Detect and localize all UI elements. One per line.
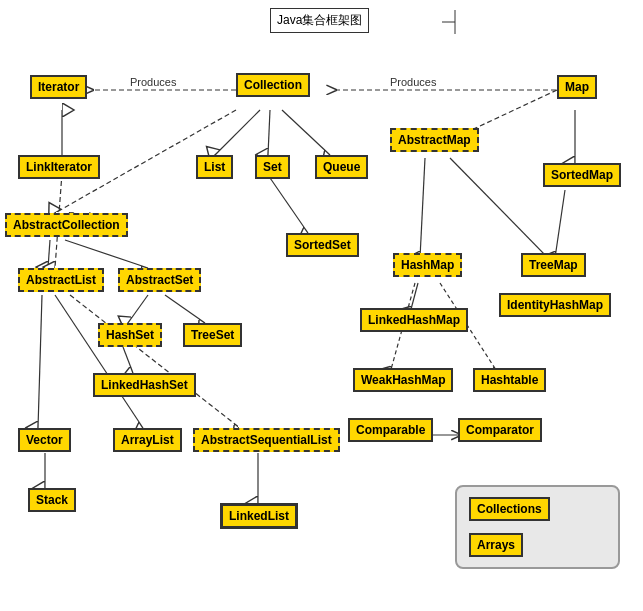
node-sortedset: SortedSet (286, 233, 359, 257)
node-abstractlist: AbstractList (18, 268, 104, 292)
node-abstractcollection: AbstractCollection (5, 213, 128, 237)
node-linkedhashmap: LinkedHashMap (360, 308, 468, 332)
svg-line-21 (55, 295, 143, 428)
svg-line-22 (70, 295, 240, 428)
node-abstractmap: AbstractMap (390, 128, 479, 152)
svg-line-13 (65, 240, 148, 268)
node-linkiterator: LinkIterator (18, 155, 100, 179)
node-hashset: HashSet (98, 323, 162, 347)
svg-line-12 (48, 240, 50, 268)
node-sortedmap: SortedMap (543, 163, 621, 187)
svg-line-18 (165, 295, 205, 323)
svg-line-26 (450, 158, 548, 258)
svg-line-17 (128, 295, 148, 323)
node-hashtable: Hashtable (473, 368, 546, 392)
node-weakhashmap: WeakHashMap (353, 368, 453, 392)
svg-line-7 (268, 110, 270, 155)
svg-line-16 (268, 175, 308, 233)
svg-line-27 (555, 190, 565, 258)
svg-line-8 (282, 110, 330, 155)
node-abstractsequentiallist: AbstractSequentialList (193, 428, 340, 452)
svg-line-19 (123, 347, 133, 373)
svg-line-20 (38, 295, 42, 428)
node-hashmap: HashMap (393, 253, 462, 277)
node-comparable: Comparable (348, 418, 433, 442)
svg-text:Produces: Produces (130, 76, 177, 88)
node-arrays: Arrays (469, 533, 523, 557)
legend-box: Collections Arrays (455, 485, 620, 569)
node-iterator: Iterator (30, 75, 87, 99)
node-treemap: TreeMap (521, 253, 586, 277)
node-map: Map (557, 75, 597, 99)
diagram: Iterator (dashed arrow left) --> Produce… (0, 0, 643, 611)
node-list: List (196, 155, 233, 179)
node-collections: Collections (469, 497, 550, 521)
svg-line-25 (420, 158, 425, 258)
node-linkedhashset: LinkedHashSet (93, 373, 196, 397)
node-collection: Collection (236, 73, 310, 97)
node-comparator: Comparator (458, 418, 542, 442)
node-treeset: TreeSet (183, 323, 242, 347)
node-linkedlist: LinkedList (220, 503, 298, 529)
svg-text:Produces: Produces (390, 76, 437, 88)
svg-line-6 (215, 110, 260, 155)
node-set: Set (255, 155, 290, 179)
node-stack: Stack (28, 488, 76, 512)
node-abstractset: AbstractSet (118, 268, 201, 292)
node-title: Java集合框架图 (270, 8, 369, 33)
node-arraylist: ArrayList (113, 428, 182, 452)
node-vector: Vector (18, 428, 71, 452)
node-queue: Queue (315, 155, 368, 179)
node-identityhashmap: IdentityHashMap (499, 293, 611, 317)
